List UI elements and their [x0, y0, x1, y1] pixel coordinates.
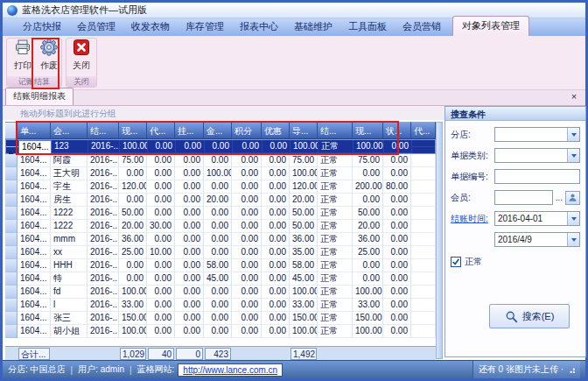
grid-cell: 20.00 — [290, 194, 318, 207]
grid-column-header-6[interactable]: 挂... — [175, 122, 204, 139]
grid-cell: 0.00 — [262, 154, 290, 167]
menu-item-1[interactable]: 分店快报 — [15, 18, 69, 36]
tab-settlement-detail-report[interactable]: 结账明细报表 — [5, 88, 74, 105]
menu-item-3[interactable]: 收发衣物 — [123, 18, 178, 36]
resize-grip[interactable] — [568, 366, 575, 373]
chevron-down-icon[interactable] — [567, 128, 579, 141]
text-input-3[interactable] — [494, 169, 580, 184]
grid-cell: xx — [51, 246, 88, 259]
table-row[interactable]: 1604...HHH2016-...0.000.000.0058.000.000… — [5, 259, 436, 272]
table-row[interactable]: 1604...l2016-...33.000.000.000.000.000.0… — [5, 299, 436, 312]
dropdown-5[interactable]: 2016-04-01 — [494, 211, 580, 226]
check-icon — [452, 258, 460, 266]
grid-column-header-12[interactable]: 现... — [353, 122, 383, 139]
search-field-label: 会员: — [451, 192, 494, 204]
grid-column-header-14[interactable]: 代... — [411, 122, 436, 139]
grid-cell: 0.00 — [262, 325, 290, 338]
chevron-down-icon[interactable] — [567, 233, 579, 246]
table-row[interactable]: 1604...张三2016-...150.000.000.000.000.000… — [5, 312, 436, 325]
grid-body: 1604...1232016-...100.000.000.000.000.00… — [5, 139, 436, 338]
table-row[interactable]: 1604...fd2016-...100.000.000.000.000.000… — [5, 286, 436, 299]
search-field-control — [494, 148, 580, 163]
grid-cell: 100.00 — [353, 286, 383, 299]
grid-cell — [411, 220, 436, 233]
table-row[interactable]: 1604...王大明2016-...0.000.000.00100.000.00… — [5, 167, 436, 180]
menu-item-5[interactable]: 报表中心 — [232, 18, 286, 36]
menu-item-2[interactable]: 会员管理 — [69, 18, 123, 36]
dropdown-2[interactable] — [494, 148, 580, 163]
grid-cell: 0.00 — [262, 220, 290, 233]
grid-column-header-9[interactable]: 优惠 — [262, 122, 290, 139]
row-indicator — [5, 259, 18, 272]
grid-column-header-5[interactable]: 代... — [147, 122, 175, 139]
chevron-down-icon[interactable] — [567, 212, 579, 225]
grid-column-header-2[interactable]: 会... — [51, 122, 88, 139]
grid-cell: 正常 — [318, 154, 353, 167]
search-button[interactable]: 搜索(E) — [489, 304, 570, 328]
grid-column-header-13[interactable]: 状... — [383, 122, 411, 139]
row-indicator — [5, 220, 18, 233]
status-store: 分店: 中国总店 — [8, 363, 66, 376]
search-field-label[interactable]: 结账时间: — [451, 213, 494, 225]
toolbar-group-close-caption: 关闭 — [66, 76, 96, 87]
table-row[interactable]: 1604...12222016-...20.0030.000.000.000.0… — [5, 220, 436, 233]
close-icon[interactable]: × — [569, 92, 579, 102]
grid-cell: 0.00 — [384, 140, 412, 153]
normal-checkbox[interactable] — [451, 257, 461, 267]
grid-cell: 0.00 — [175, 220, 204, 233]
search-icon — [505, 310, 518, 323]
grid-cell: 0.00 — [383, 259, 411, 272]
chevron-down-icon[interactable] — [567, 149, 579, 162]
tab-object-list-management[interactable]: 对象列表管理 — [452, 16, 529, 36]
grid-column-header-8[interactable]: 积分 — [232, 122, 262, 139]
menu-item-4[interactable]: 库存管理 — [178, 18, 232, 36]
vertical-scrollbar[interactable] — [436, 122, 443, 359]
void-button[interactable]: 作废 — [36, 39, 62, 74]
site-url-link[interactable]: http://www.lance.com.cn — [183, 365, 277, 375]
member-input[interactable] — [494, 190, 553, 205]
grid-column-header-3[interactable]: 结... — [88, 122, 119, 139]
grid-column-header-4[interactable]: 现... — [119, 122, 147, 139]
grid-cell: 1604... — [18, 246, 51, 259]
grid-cell: 0.00 — [204, 286, 232, 299]
ellipsis-button[interactable]: ... — [553, 193, 565, 202]
grid-cell: 0.00 — [232, 154, 262, 167]
menu-item-8[interactable]: 会员营销 — [395, 18, 449, 36]
table-row[interactable]: 1604...xx2016-...25.0010.000.000.000.000… — [5, 246, 436, 259]
app-window: 蓝格洗衣店管理软件—试用版 分店快报会员管理收发衣物库存管理报表中心基础维护工具… — [0, 0, 588, 381]
table-row[interactable]: 1604...胡小姐2016-...100.000.000.000.000.00… — [5, 325, 436, 338]
grid-cell: 0.00 — [175, 246, 204, 259]
menu-item-7[interactable]: 工具面板 — [340, 18, 395, 36]
grid-cell: 0.00 — [175, 325, 204, 338]
table-row[interactable]: 1604...宇生2016-...120.000.000.000.000.000… — [5, 180, 436, 194]
table-row[interactable]: 1604...12222016-...50.000.000.000.000.00… — [5, 207, 436, 220]
grid-cell: 120.00 — [119, 180, 147, 194]
menu-item-6[interactable]: 基础维护 — [286, 18, 340, 36]
table-row[interactable]: 1604...mmm2016-...36.000.000.000.000.000… — [5, 233, 436, 246]
app-logo-icon — [7, 5, 18, 16]
grid-cell: 2016-... — [88, 140, 120, 153]
row-indicator — [6, 146, 18, 147]
table-row[interactable]: 1604...特2016-...0.000.000.0045.000.000.0… — [5, 272, 436, 286]
grid-cell: 0.00 — [147, 194, 175, 207]
member-lookup-button[interactable] — [565, 191, 580, 205]
table-row[interactable]: 1604...1232016-...100.000.000.000.000.00… — [5, 139, 436, 154]
grid-cell: 0.00 — [232, 259, 262, 272]
table-row[interactable]: 1604...阿霞2016-...75.000.000.000.000.000.… — [5, 154, 436, 167]
printer-icon — [14, 39, 32, 58]
dropdown-6[interactable]: 2016/4/9 — [494, 232, 580, 247]
table-row[interactable]: 1604...房生2016-...0.000.000.0020.000.000.… — [5, 194, 436, 207]
grid-cell — [411, 286, 436, 299]
grid-cell: 100.00 — [290, 140, 318, 153]
toolbar-ribbon: 记账结算 关闭 打印作废关闭 — [3, 36, 585, 90]
print-button[interactable]: 打印 — [10, 39, 36, 74]
grid-column-header-10[interactable]: 导... — [290, 122, 318, 139]
grid-cell: 20.00 — [204, 194, 232, 207]
dropdown-1[interactable] — [494, 127, 580, 142]
search-field-row: 2016/4/9 — [451, 232, 580, 247]
close-button[interactable]: 关闭 — [68, 39, 94, 74]
grid-cell: 2016-... — [88, 325, 119, 338]
grid-column-header-7[interactable]: 金... — [204, 122, 232, 139]
grid-column-header-11[interactable]: 结... — [318, 122, 353, 139]
grid-column-header-1[interactable]: 单... — [18, 122, 51, 139]
